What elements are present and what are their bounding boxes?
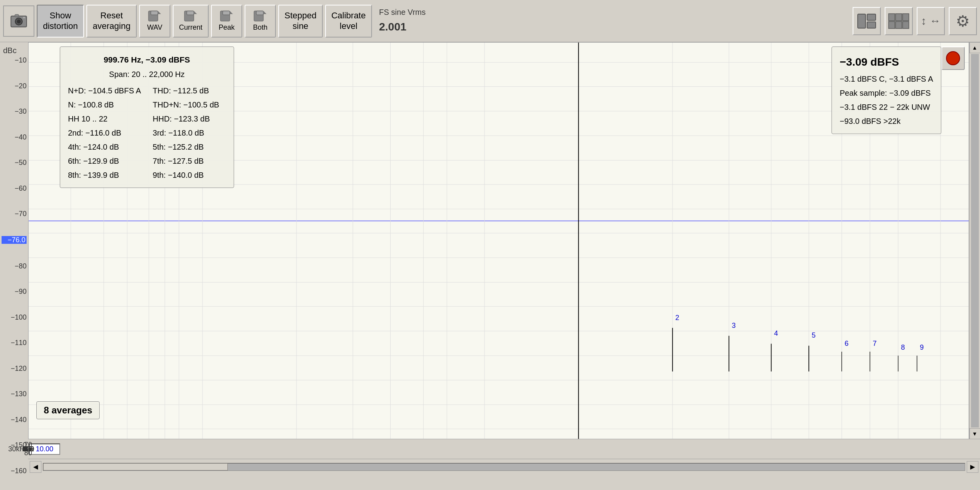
harmonic-label-7: 7 (873, 340, 877, 347)
chart-wrapper: 999.76 Hz, −3.09 dBFS Span: 20 .. 22,000… (28, 42, 980, 474)
info-key: 3rd: −118.0 dB (153, 126, 226, 140)
record-button[interactable] (941, 46, 965, 70)
info-line2: Peak sample: −3.09 dBFS (840, 86, 933, 100)
scroll-up-arrow[interactable]: ▲ (969, 42, 980, 53)
show-distortion-button[interactable]: Show distortion (37, 5, 84, 38)
svg-rect-3 (15, 14, 19, 17)
harmonic-label-4: 4 (774, 329, 778, 337)
y-tick: −70 (2, 210, 27, 217)
info-key: 8th: −139.9 dB (68, 168, 141, 182)
info-box-right: −3.09 dBFS −3.1 dBFS C, −3.1 dBFS A Peak… (832, 46, 941, 134)
multi-panel-icon[interactable] (885, 7, 913, 35)
y-tick: −60 (2, 185, 27, 192)
info-key: THD: −112.5 dB (153, 84, 226, 98)
stepped-sine-button[interactable]: Stepped sine (278, 5, 323, 38)
info-title: 999.76 Hz, −3.09 dBFS (68, 52, 226, 67)
vertical-scrollbar[interactable]: ▲ ▼ (969, 42, 980, 439)
y-tick-highlighted: −76.0 (2, 236, 27, 244)
resize-icon[interactable]: ↕ ↔ (917, 7, 945, 35)
info-key: 2nd: −116.0 dB (68, 126, 141, 140)
svg-marker-16 (263, 11, 266, 14)
y-tick: −40 (2, 134, 27, 141)
svg-rect-12 (223, 11, 230, 15)
harmonic-label-3: 3 (732, 322, 736, 329)
y-tick: −110 (2, 339, 27, 346)
harmonic-label-9: 9 (920, 343, 924, 351)
scroll-right-arrow[interactable]: ▶ (967, 461, 978, 473)
fs-sine-info: FS sine Vrms 2.001 (374, 4, 430, 38)
svg-marker-10 (194, 11, 197, 14)
svg-rect-9 (187, 11, 194, 15)
y-tick: −140 (2, 416, 27, 423)
info-box-left: 999.76 Hz, −3.09 dBFS Span: 20 .. 22,000… (60, 46, 234, 188)
scroll-left-arrow[interactable]: ◀ (30, 461, 41, 473)
info-key: HH 10 .. 22 (68, 112, 141, 126)
y-tick: −130 (2, 390, 27, 397)
svg-marker-7 (158, 11, 161, 14)
dbfs-main: −3.09 dBFS (840, 52, 933, 72)
info-key: N+D: −104.5 dBFS A (68, 84, 141, 98)
info-key: HHD: −123.3 dB (153, 112, 226, 126)
harmonic-label-6: 6 (844, 340, 848, 347)
layout-icon[interactable] (853, 7, 881, 35)
main-area: dBc −10 −20 −30 −40 −50 −60 −70 −76.0 −8… (0, 42, 980, 474)
y-tick: −90 (2, 288, 27, 295)
record-dot (946, 51, 960, 65)
reset-averaging-button[interactable]: Reset averaging (86, 5, 137, 38)
y-tick: −160 (2, 467, 27, 474)
camera-button[interactable] (3, 5, 34, 37)
info-key: 5th: −125.2 dB (153, 140, 226, 154)
wav-button[interactable]: WAV (139, 5, 170, 38)
svg-rect-19 (867, 22, 876, 28)
info-line3: −3.1 dBFS 22 − 22k UNW (840, 100, 933, 114)
harmonic-label-8: 8 (901, 343, 905, 351)
y-axis-label: dBc (0, 46, 28, 55)
info-key: 6th: −129.9 dB (68, 154, 141, 168)
y-tick: −80 (2, 263, 27, 270)
svg-rect-24 (896, 21, 902, 29)
info-line1: −3.1 dBFS C, −3.1 dBFS A (840, 72, 933, 86)
chart-area[interactable]: 999.76 Hz, −3.09 dBFS Span: 20 .. 22,000… (28, 42, 969, 439)
svg-marker-13 (230, 11, 233, 14)
info-key: THD+N: −100.5 dB (153, 98, 226, 112)
y-tick: −120 (2, 365, 27, 372)
svg-rect-17 (858, 14, 866, 28)
harmonic-label-2: 2 (675, 314, 679, 322)
svg-rect-4 (23, 17, 25, 18)
scroll-down-arrow[interactable]: ▼ (969, 428, 980, 439)
averages-box: 8 averages (36, 401, 100, 419)
current-button[interactable]: Current (173, 5, 209, 38)
y-tick: −30 (2, 108, 27, 115)
chart-and-scroll: 999.76 Hz, −3.09 dBFS Span: 20 .. 22,000… (28, 42, 980, 439)
info-grid: N+D: −104.5 dBFS A THD: −112.5 dB N: −10… (68, 84, 226, 182)
calibrate-level-button[interactable]: Calibrate level (325, 5, 372, 38)
svg-point-2 (17, 20, 21, 23)
svg-rect-6 (151, 11, 158, 15)
svg-rect-23 (889, 21, 895, 29)
info-span: Span: 20 .. 22,000 Hz (68, 67, 226, 81)
y-tick: −10 (2, 57, 27, 64)
y-tick: −50 (2, 159, 27, 166)
horizontal-scrollbar[interactable]: ◀ ▶ (28, 459, 980, 474)
x-label-30k: 30kHz (8, 445, 28, 453)
averages-label: 8 averages (44, 405, 92, 415)
scroll-track-vertical[interactable] (971, 54, 979, 427)
info-line4: −93.0 dBFS >22k (840, 114, 933, 128)
y-axis-ticks: −10 −20 −30 −40 −50 −60 −70 −76.0 −80 −9… (0, 57, 28, 474)
svg-rect-21 (896, 14, 902, 21)
svg-rect-25 (903, 21, 909, 29)
info-key: N: −100.8 dB (68, 98, 141, 112)
x-axis: 20 30 40 50 60 70 80 100 200 300 400 500… (28, 439, 980, 459)
info-key: 4th: −124.0 dB (68, 140, 141, 154)
info-key: 7th: −127.5 dB (153, 154, 226, 168)
both-button[interactable]: Both (245, 5, 276, 38)
svg-rect-15 (256, 11, 263, 15)
svg-rect-22 (903, 14, 909, 21)
info-key: 9th: −140.0 dB (153, 168, 226, 182)
scroll-track-horizontal[interactable] (43, 463, 965, 471)
y-tick: −20 (2, 82, 27, 89)
scroll-thumb[interactable] (43, 463, 228, 470)
peak-button[interactable]: Peak (211, 5, 242, 38)
settings-icon[interactable]: ⚙ (949, 7, 977, 35)
toolbar: Show distortion Reset averaging WAV Curr… (0, 0, 980, 42)
